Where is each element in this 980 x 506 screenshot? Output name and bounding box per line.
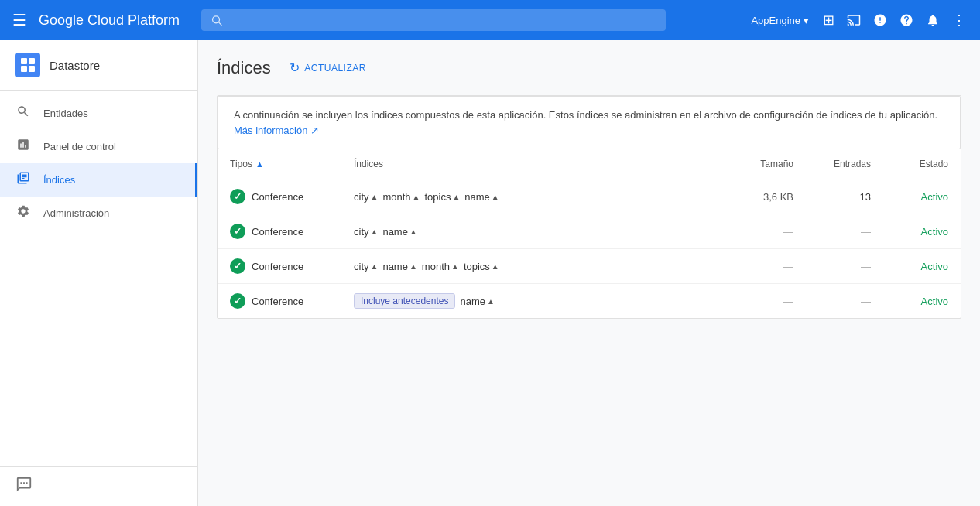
table-row: Conference city ▲name ▲month ▲topics ▲——… (218, 249, 961, 284)
sidebar-item-label-indices: Índices (43, 174, 75, 186)
field-tag: city ▲ (354, 261, 378, 272)
app-logo: Google Cloud Platform (39, 12, 180, 29)
field-tag: city ▲ (354, 191, 378, 203)
col-header-indices: Índices (341, 149, 728, 179)
sort-asc-icon: ▲ (255, 159, 264, 169)
app-layout: Datastore Entidades Panel de control Índ… (0, 40, 980, 506)
type-label: Conference (252, 191, 303, 203)
index-table-container: A continuación se incluyen los índices c… (217, 95, 961, 319)
field-tag: name ▲ (460, 296, 494, 307)
sort-arrow: ▲ (451, 262, 459, 271)
index-fields: city ▲name ▲month ▲topics ▲ (354, 261, 716, 272)
estado-cell: Activo (883, 214, 961, 249)
sort-arrow: ▲ (371, 227, 379, 236)
sidebar-item-label-admin: Administración (43, 207, 109, 219)
status-check-icon (230, 189, 245, 204)
status-check-icon (230, 293, 245, 309)
search-icon (211, 14, 222, 26)
refresh-icon: ↻ (290, 60, 300, 75)
index-fields: city ▲name ▲ (354, 226, 716, 238)
svg-line-1 (219, 22, 222, 26)
sidebar-item-entidades[interactable]: Entidades (0, 97, 197, 130)
entradas-cell: — (806, 249, 883, 284)
col-header-estado: Estado (883, 149, 961, 179)
help-icon[interactable] (895, 9, 918, 32)
indices-table: Tipos ▲ Índices Tamaño Entradas (218, 149, 961, 318)
chart-icon (15, 138, 31, 156)
col-header-entradas: Entradas (806, 149, 883, 179)
table-row: Conference city ▲month ▲topics ▲name ▲3,… (218, 179, 961, 214)
sort-arrow: ▲ (492, 262, 499, 271)
sidebar-item-indices[interactable]: Índices (0, 163, 197, 197)
cast-icon[interactable] (842, 9, 865, 32)
tamano-cell: — (728, 249, 806, 284)
feedback-icon[interactable] (15, 479, 33, 496)
tamano-cell: — (728, 284, 806, 319)
field-tag: name ▲ (382, 261, 416, 272)
sort-arrow: ▲ (371, 262, 379, 271)
sort-arrow: ▲ (452, 193, 460, 201)
main-content: Índices ↻ ACTUALIZAR A continuación se i… (198, 40, 980, 506)
sort-arrow: ▲ (409, 262, 417, 271)
index-icon (15, 171, 31, 189)
field-tag: city ▲ (354, 226, 378, 238)
estado-cell: Activo (883, 249, 961, 284)
sidebar-item-panel[interactable]: Panel de control (0, 130, 197, 163)
tamano-cell: — (728, 214, 806, 249)
sidebar-item-label-entidades: Entidades (43, 108, 88, 119)
status-check-icon (230, 224, 245, 239)
notifications-icon[interactable] (921, 9, 944, 32)
type-label: Conference (252, 226, 303, 238)
gear-icon (15, 204, 31, 222)
estado-cell: Activo (883, 284, 961, 319)
sidebar-header: Datastore (0, 40, 197, 91)
status-check-icon (230, 258, 245, 274)
sort-arrow: ▲ (413, 193, 420, 201)
sidebar-item-admin[interactable]: Administración (0, 197, 197, 230)
field-tag: month ▲ (382, 191, 420, 203)
index-fields: Incluye antecedentesname ▲ (354, 293, 716, 309)
page-title: Índices (217, 58, 271, 78)
app-engine-selector[interactable]: AppEngine ▾ (745, 12, 815, 29)
estado-cell: Activo (883, 179, 961, 214)
field-tag: name ▲ (464, 191, 499, 203)
tamano-cell: 3,6 KB (728, 179, 806, 214)
field-tag: topics ▲ (464, 261, 499, 272)
search-bar[interactable] (201, 9, 666, 31)
field-tag: month ▲ (422, 261, 459, 272)
top-nav: ☰ Google Cloud Platform AppEngine ▾ ⊞ ⋮ (0, 0, 980, 40)
menu-icon[interactable]: ☰ (9, 8, 29, 32)
page-header: Índices ↻ ACTUALIZAR (217, 56, 961, 80)
alert-icon[interactable] (869, 9, 892, 32)
index-fields: city ▲month ▲topics ▲name ▲ (354, 191, 716, 203)
sort-arrow: ▲ (492, 193, 499, 201)
app-icon (15, 53, 40, 77)
table-row: Conference city ▲name ▲——Activo (218, 214, 961, 249)
sort-arrow: ▲ (371, 193, 379, 201)
sort-arrow: ▲ (487, 297, 495, 306)
info-box: A continuación se incluyen los índices c… (218, 96, 961, 149)
search-input[interactable] (228, 14, 656, 26)
more-vert-icon[interactable]: ⋮ (947, 7, 971, 33)
type-label: Conference (252, 296, 303, 307)
sidebar-app-title: Datastore (50, 59, 100, 72)
sidebar-footer (0, 466, 197, 506)
includes-ancestors-badge: Incluye antecedentes (354, 293, 455, 309)
sidebar: Datastore Entidades Panel de control Índ… (0, 40, 198, 506)
top-nav-right: AppEngine ▾ ⊞ ⋮ (745, 7, 971, 33)
sidebar-nav: Entidades Panel de control Índices Admin… (0, 91, 197, 466)
entradas-cell: — (806, 284, 883, 319)
apps-icon[interactable]: ⊞ (818, 7, 839, 33)
more-info-link[interactable]: Más información ↗ (234, 125, 319, 136)
entradas-cell: 13 (806, 179, 883, 214)
sidebar-item-label-panel: Panel de control (43, 141, 116, 152)
col-header-tamano: Tamaño (728, 149, 806, 179)
type-label: Conference (252, 261, 303, 272)
refresh-button[interactable]: ↻ ACTUALIZAR (283, 56, 372, 80)
search-icon (15, 104, 31, 122)
sort-arrow: ▲ (409, 227, 417, 236)
field-tag: name ▲ (382, 226, 416, 238)
field-tag: topics ▲ (424, 191, 460, 203)
col-header-tipos[interactable]: Tipos ▲ (218, 149, 341, 179)
entradas-cell: — (806, 214, 883, 249)
